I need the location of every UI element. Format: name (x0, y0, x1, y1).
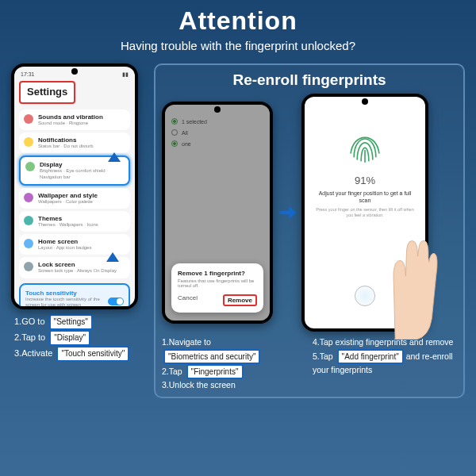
touch-sensitivity-card[interactable]: Touch sensitivity Increase the touch sen… (19, 283, 130, 307)
steps-right: 1.Navigate to"Biometrics and security" 2… (162, 336, 457, 392)
camera-notch (214, 106, 221, 113)
item-notifications[interactable]: NotificationsStatus bar · Do not disturb (19, 132, 130, 153)
camera-notch (71, 68, 78, 75)
touch-desc: Increase the touch sensitivity of the sc… (25, 297, 105, 307)
remove-button[interactable]: Remove (223, 294, 257, 306)
left-column: 17:31 ▮▮ Settings Sounds and vibrationSo… (11, 63, 146, 398)
scan-message: Adjust your finger position to get a ful… (314, 190, 416, 204)
home-icon (24, 239, 33, 248)
steps-left: 1.GO to "Settings" 2.Tap to "Display" 3.… (11, 314, 146, 362)
arrow-display (108, 152, 121, 162)
remove-dialog: Remove 1 fingerprint? Features that use … (171, 263, 263, 313)
scan-sub: Press your finger on the sensor, then li… (314, 207, 416, 218)
fp-sensor[interactable] (355, 286, 375, 306)
pill-settings: "Settings" (49, 314, 93, 330)
time-label: 17:31 (21, 71, 35, 78)
percent-label: 91% (305, 175, 425, 186)
cancel-button[interactable]: Cancel (178, 294, 198, 306)
item-wallpaper[interactable]: Wallpaper and styleWallpapers · Color pa… (19, 188, 130, 209)
phone-remove-fp: 1 selected All one Remove 1 fingerprint?… (162, 102, 273, 324)
notifications-icon (24, 137, 33, 147)
camera-notch (362, 98, 368, 105)
dialog-sub: Features that use fingerprints will be t… (178, 278, 257, 288)
dialog-title: Remove 1 fingerprint? (178, 270, 257, 277)
themes-icon (24, 216, 33, 225)
item-sounds[interactable]: Sounds and vibrationSound mode · Rington… (19, 109, 130, 130)
settings-heading: Settings (19, 81, 75, 104)
wallpaper-icon (24, 193, 33, 202)
lock-icon (24, 262, 33, 271)
touch-label: Touch sensitivity (25, 290, 105, 297)
display-icon (25, 162, 35, 171)
pill-add-fp: "Add fingerprint" (337, 349, 404, 364)
item-themes[interactable]: ThemesThemes · Wallpapers · Icons (19, 211, 130, 232)
phone-settings: 17:31 ▮▮ Settings Sounds and vibrationSo… (11, 63, 138, 309)
phone-enroll-fp: 91% Adjust your finger position to get a… (301, 94, 428, 332)
status-icons: ▮▮ (122, 71, 129, 78)
header: Attention Having trouble with the finger… (0, 0, 476, 56)
main-title: Attention (0, 6, 476, 36)
arrow-touch (106, 252, 119, 262)
touch-toggle[interactable] (108, 298, 124, 305)
subtitle: Having trouble with the fingerprint unlo… (0, 39, 476, 52)
pill-display: "Display" (49, 330, 90, 346)
right-panel-title: Re-enroll fingerprints (162, 71, 457, 89)
pill-touch: "Touch sensitivity" (56, 346, 129, 362)
pill-biometrics: "Biometrics and security" (163, 349, 260, 364)
arrow-right-icon (276, 202, 298, 224)
sounds-icon (24, 114, 33, 124)
pill-fingerprints: "Fingerprints" (186, 364, 244, 379)
right-panel: Re-enroll fingerprints 1 selected All on… (154, 63, 465, 398)
fingerprint-icon (344, 129, 386, 170)
